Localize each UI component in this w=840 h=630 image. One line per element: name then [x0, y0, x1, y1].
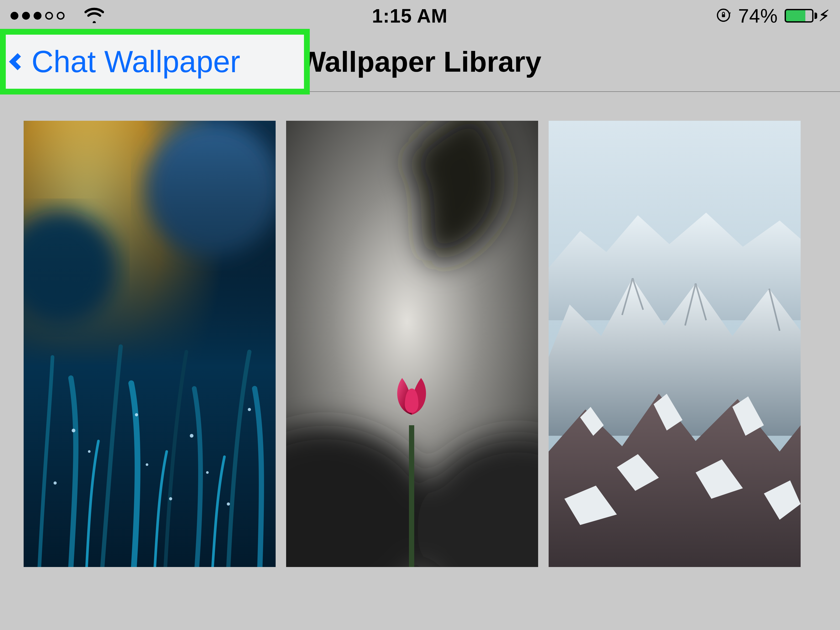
- svg-point-14: [169, 497, 172, 501]
- page-title: Wallpaper Library: [298, 45, 541, 78]
- svg-rect-1: [722, 14, 725, 17]
- nav-bar: Wallpaper Library Chat Wallpaper: [0, 32, 840, 92]
- wallpaper-thumbnail[interactable]: [549, 121, 801, 567]
- wallpaper-grid: [0, 92, 840, 567]
- wallpaper-thumbnail[interactable]: [24, 121, 276, 567]
- back-button[interactable]: Chat Wallpaper: [6, 35, 304, 89]
- status-right: 74% ⚡︎: [715, 5, 829, 27]
- chevron-left-icon: [9, 53, 26, 70]
- tutorial-highlight: Chat Wallpaper: [0, 29, 310, 95]
- svg-point-12: [248, 408, 251, 411]
- wallpaper-thumbnail[interactable]: [286, 121, 538, 567]
- svg-point-11: [206, 471, 209, 474]
- svg-point-13: [54, 482, 57, 485]
- svg-point-8: [135, 413, 138, 416]
- status-bar: 1:15 AM 74% ⚡︎: [0, 0, 840, 32]
- wifi-icon: [71, 7, 104, 24]
- svg-point-15: [227, 502, 230, 505]
- svg-point-7: [88, 450, 90, 453]
- svg-rect-5: [24, 121, 276, 567]
- battery-icon: [785, 9, 813, 22]
- battery-percent: 74%: [738, 5, 778, 27]
- svg-point-10: [190, 434, 193, 437]
- svg-rect-19: [409, 425, 414, 567]
- status-time: 1:15 AM: [372, 5, 448, 27]
- cellular-signal-icon: [11, 12, 65, 20]
- svg-point-6: [72, 429, 75, 432]
- orientation-lock-icon: [715, 7, 731, 24]
- svg-point-9: [146, 463, 148, 466]
- back-button-label: Chat Wallpaper: [32, 44, 240, 79]
- charging-icon: ⚡︎: [819, 7, 829, 25]
- status-left: [11, 7, 104, 24]
